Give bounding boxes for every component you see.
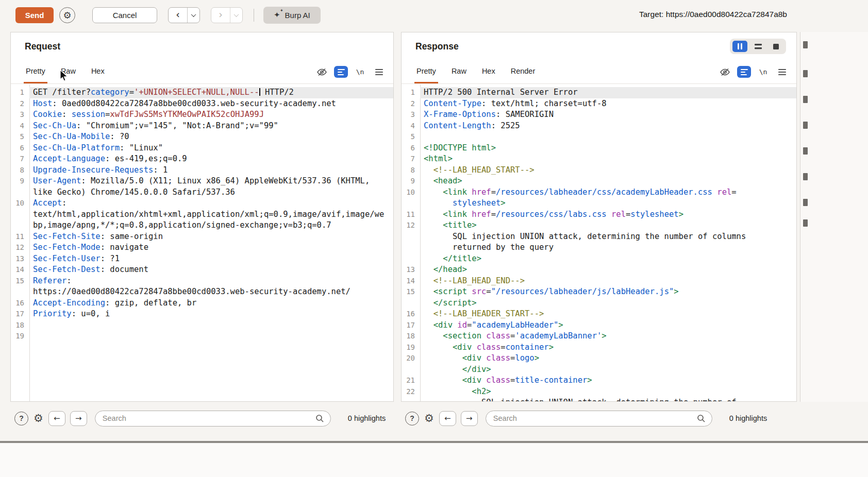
burp-ai-button[interactable]: ✦✦ Burp AI xyxy=(263,7,321,24)
hide-highlighting-icon[interactable] xyxy=(315,66,329,78)
code-text: Sec-Fetch-User: ?1 xyxy=(29,253,393,265)
code-row[interactable]: 15Referer: xyxy=(11,276,393,287)
code-row[interactable]: 20 <div class=logo> xyxy=(402,353,796,364)
layout-rows-button[interactable] xyxy=(750,41,765,52)
chevron-down-icon xyxy=(191,12,196,17)
code-row[interactable]: 9 <head> xyxy=(402,176,796,187)
code-row[interactable]: 6Sec-Ch-Ua-Platform: "Linux" xyxy=(11,143,393,154)
code-row[interactable]: 2Host: 0aed00d80422ca72847a8bbe00cd0033.… xyxy=(11,98,393,110)
cancel-button[interactable]: Cancel xyxy=(92,7,157,23)
code-row[interactable]: 19 <div class=container> xyxy=(402,342,796,353)
code-row[interactable]: 11 <link href=/resources/css/labs.css re… xyxy=(402,209,796,220)
code-row[interactable]: 13 </head> xyxy=(402,264,796,276)
line-number: 16 xyxy=(11,298,29,309)
code-row[interactable]: 18 <section class='academyLabBanner'> xyxy=(402,331,796,342)
code-row[interactable]: 19 xyxy=(11,331,393,342)
response-editor[interactable]: 1HTTP/2 500 Internal Server Error2Conten… xyxy=(402,84,796,401)
code-row[interactable]: 1HTTP/2 500 Internal Server Error xyxy=(402,87,796,98)
layout-columns-button[interactable] xyxy=(732,41,747,52)
hide-highlighting-icon[interactable] xyxy=(718,66,732,78)
code-row[interactable]: </script> xyxy=(402,298,796,309)
search-input[interactable] xyxy=(95,411,331,427)
code-row[interactable]: 17 <div id="academyLabHeader"> xyxy=(402,320,796,331)
response-code: 1HTTP/2 500 Internal Server Error2Conten… xyxy=(402,87,796,401)
send-settings-button[interactable]: ⚙ xyxy=(59,7,75,23)
tab-render[interactable]: Render xyxy=(509,60,538,83)
code-row[interactable]: stylesheet> xyxy=(402,198,796,209)
search-settings-icon[interactable]: ⚙ xyxy=(424,412,434,424)
help-icon[interactable]: ? xyxy=(14,412,28,425)
clipped-inspector-item xyxy=(803,70,808,77)
code-row[interactable]: 21 <div class=title-container> xyxy=(402,375,796,386)
code-row[interactable]: 15 <script src="/resources/labheader/js/… xyxy=(402,286,796,298)
layout-single-button[interactable] xyxy=(769,41,783,52)
code-row[interactable]: 13Sec-Fetch-User: ?1 xyxy=(11,253,393,265)
code-row[interactable]: https://0aed00d80422ca72847a8bbe00cd0033… xyxy=(11,286,393,298)
line-number: 5 xyxy=(402,131,420,143)
search-settings-icon[interactable]: ⚙ xyxy=(34,412,43,424)
code-row[interactable]: 12 <title> xyxy=(402,220,796,231)
back-history-dropdown[interactable] xyxy=(188,8,199,23)
tab-pretty[interactable]: Pretty xyxy=(414,60,438,83)
code-row[interactable]: </div> xyxy=(402,364,796,376)
back-button[interactable]: ‹ xyxy=(169,8,188,23)
tab-hex[interactable]: Hex xyxy=(89,60,107,83)
code-row[interactable]: 6<!DOCTYPE html> xyxy=(402,143,796,154)
code-row[interactable]: 5 xyxy=(402,131,796,143)
previous-match-button[interactable]: ← xyxy=(439,411,456,426)
send-button[interactable]: Send xyxy=(15,7,54,23)
code-row[interactable]: 14 <!--LAB_HEAD_END--> xyxy=(402,276,796,287)
forward-history-dropdown[interactable] xyxy=(230,8,242,23)
code-row[interactable]: 11Sec-Fetch-Site: same-origin xyxy=(11,231,393,243)
next-match-button[interactable]: → xyxy=(70,411,87,426)
code-row[interactable]: 12Sec-Fetch-Mode: navigate xyxy=(11,242,393,253)
code-row[interactable]: 3Cookie: session=xwTdFJwS5MsYTKMeOwPAIK5… xyxy=(11,109,393,121)
code-row[interactable]: 10 <link href=/resources/labheader/css/a… xyxy=(402,187,796,198)
code-row[interactable]: 18 xyxy=(11,320,393,331)
editor-menu-icon[interactable] xyxy=(372,66,386,78)
code-row[interactable]: text/html,application/xhtml+xml,applicat… xyxy=(11,209,393,220)
code-row[interactable]: 8 <!--LAB_HEAD_START--> xyxy=(402,165,796,176)
code-text: </title> xyxy=(420,253,796,265)
line-number: 4 xyxy=(11,121,29,132)
show-newlines-icon[interactable]: \n xyxy=(756,66,770,78)
pretty-print-toggle-icon[interactable] xyxy=(737,66,751,78)
tab-hex[interactable]: Hex xyxy=(480,60,497,83)
code-row[interactable]: 1GET /filter?category='+UNION+SELECT+NUL… xyxy=(11,87,393,98)
pretty-print-toggle-icon[interactable] xyxy=(334,66,348,78)
help-icon[interactable]: ? xyxy=(405,412,419,425)
code-row[interactable]: </title> xyxy=(402,253,796,265)
code-row[interactable]: 17Priority: u=0, i xyxy=(11,309,393,320)
code-row[interactable]: 3X-Frame-Options: SAMEORIGIN xyxy=(402,109,796,121)
code-row[interactable]: 10Accept: xyxy=(11,198,393,209)
line-number: 7 xyxy=(402,154,420,165)
code-row[interactable]: 4Sec-Ch-Ua: "Chromium";v="145", "Not:A-B… xyxy=(11,121,393,132)
code-row[interactable]: returned by the query xyxy=(402,242,796,253)
code-row[interactable]: 8Upgrade-Insecure-Requests: 1 xyxy=(11,165,393,176)
next-match-button[interactable]: → xyxy=(461,411,478,426)
forward-button-group: › xyxy=(211,7,243,23)
tab-pretty[interactable]: Pretty xyxy=(24,60,47,83)
search-input[interactable] xyxy=(486,411,712,427)
code-row[interactable]: bp,image/apng,*/*;q=0.8,application/sign… xyxy=(11,220,393,231)
code-row[interactable]: 4Content-Length: 2525 xyxy=(402,121,796,132)
code-row[interactable]: 7Accept-Language: es-419,es;q=0.9 xyxy=(11,154,393,165)
show-newlines-icon[interactable]: \n xyxy=(353,66,367,78)
code-row[interactable]: like Gecko) Chrome/145.0.0.0 Safari/537.… xyxy=(11,187,393,198)
code-row[interactable]: 5Sec-Ch-Ua-Mobile: ?0 xyxy=(11,131,393,143)
editor-menu-icon[interactable] xyxy=(775,66,789,78)
tab-raw[interactable]: Raw xyxy=(449,60,469,83)
code-row[interactable]: 9User-Agent: Mozilla/5.0 (X11; Linux x86… xyxy=(11,176,393,187)
code-row[interactable]: 16 <!--LAB_HEADER_START--> xyxy=(402,309,796,320)
code-row[interactable]: 7<html> xyxy=(402,154,796,165)
line-number xyxy=(402,298,420,309)
previous-match-button[interactable]: ← xyxy=(48,411,65,426)
request-editor[interactable]: 1GET /filter?category='+UNION+SELECT+NUL… xyxy=(11,84,393,401)
code-row[interactable]: 14Sec-Fetch-Dest: document xyxy=(11,264,393,276)
code-row[interactable]: 2Content-Type: text/html; charset=utf-8 xyxy=(402,98,796,110)
code-row[interactable]: 22 <h2> xyxy=(402,386,796,398)
forward-button[interactable]: › xyxy=(211,8,230,23)
code-row[interactable]: SQL injection UNION attack, determining … xyxy=(402,397,796,401)
code-row[interactable]: SQL injection UNION attack, determining … xyxy=(402,231,796,243)
code-row[interactable]: 16Accept-Encoding: gzip, deflate, br xyxy=(11,298,393,309)
